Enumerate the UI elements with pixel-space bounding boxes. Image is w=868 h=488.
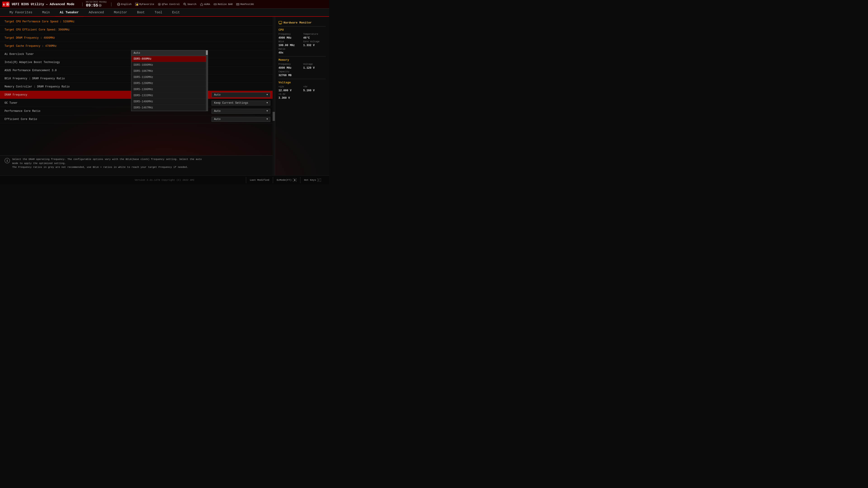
info-line3: The Frequency ratios in grey are not rec… (12, 165, 202, 169)
svg-marker-16 (200, 3, 203, 6)
svg-marker-29 (294, 179, 296, 181)
svg-line-14 (185, 4, 186, 5)
rog-logo-icon: R (2, 2, 9, 7)
mem-volt-label: Voltage (303, 63, 326, 66)
nav-main[interactable]: Main (37, 8, 55, 17)
main-layout: Target CPU Performance Core Speed : 5200… (0, 17, 329, 175)
dropdown-auto-label: Auto (133, 52, 140, 55)
tool-myfavorite-label: MyFavorite (139, 3, 154, 6)
monitor-icon (278, 21, 282, 24)
info-line2: mode to apply the optimized setting. (12, 162, 202, 166)
footer: Version 2.21.1278 Copyright (C) 2022 AMI… (0, 175, 329, 184)
dropdown-item-ddr5-1067[interactable]: DDR5-1067MHz (131, 68, 208, 74)
info-bar: i Select the DRAM operating frequency. T… (0, 156, 275, 175)
dram-freq-value: Auto (214, 93, 221, 96)
hotkeys-button[interactable]: Hot Keys ? (300, 177, 324, 183)
nav-advanced[interactable]: Advanced (84, 8, 109, 17)
tool-qfan[interactable]: Qfan Control (158, 3, 180, 6)
footer-version: Version 2.21.1278 Copyright (C) 2022 AMI (135, 179, 194, 182)
dropdown-item-ddr5-1467[interactable]: DDR5-1467MHz (131, 105, 208, 111)
perf-core-ratio-value: Auto (214, 109, 221, 113)
cpu-section-title: CPU (278, 28, 326, 32)
memory-stats: Frequency Voltage 4800 MHz 1.120 V Capac… (278, 63, 326, 77)
header-title: UEFI BIOS Utility – Advanced Mode (12, 2, 74, 6)
v5-label: +5V (303, 86, 326, 88)
nav-tool[interactable]: Tool (150, 8, 167, 17)
svg-point-3 (7, 3, 8, 5)
mem-freq-label: Frequency (278, 63, 301, 66)
header-tools: English ⭐ MyFavorite Qfan Control ? Sear… (117, 3, 254, 6)
hotkeys-icon: ? (317, 178, 321, 182)
nav-my-favorites[interactable]: My Favorites (4, 8, 37, 17)
mem-cap-label: Capacity (278, 70, 301, 73)
datetime-display: 08/22/2022 Monday 09:55 (86, 1, 107, 7)
dropdown-item-ddr5-800[interactable]: DDR5-800MHz (131, 56, 208, 62)
voltage-divider (278, 79, 326, 79)
ezmode-button[interactable]: EzMode(F7) (273, 177, 300, 183)
cpu-corevolt-value: 1.332 V (303, 44, 326, 47)
dropdown-item-ddr5-1300[interactable]: DDR5-1300MHz (131, 87, 208, 93)
memory-section-title: Memory (278, 58, 326, 62)
perf-core-ratio-selector[interactable]: Auto ▼ (212, 109, 270, 113)
dropdown-item-ddr5-1400[interactable]: DDR5-1400MHz (131, 99, 208, 105)
tool-english[interactable]: English (117, 3, 131, 6)
ezmode-icon (293, 178, 297, 182)
cpu-temp-label: Temperature (303, 33, 326, 35)
scroll-track[interactable] (273, 17, 275, 175)
dropdown-item-ddr5-1200[interactable]: DDR5-1200MHz (131, 80, 208, 87)
nav-ai-tweaker[interactable]: Ai Tweaker (55, 8, 84, 17)
last-modified-button[interactable]: Last Modified (246, 177, 273, 183)
tool-memtest[interactable]: MemTest86 (236, 3, 254, 6)
clock-time: 09:55 (86, 3, 98, 7)
dram-freq-selector[interactable]: Auto ▼ (212, 92, 270, 97)
header-logo: R (2, 2, 9, 7)
tool-resizebar[interactable]: ReSize BAR (214, 3, 232, 6)
header: R UEFI BIOS Utility – Advanced Mode | 08… (0, 0, 329, 8)
nav-exit[interactable]: Exit (167, 8, 185, 17)
dropdown-scrollbar[interactable] (206, 51, 208, 111)
tool-resizebar-label: ReSize BAR (218, 3, 232, 6)
clock-display: 09:55 (86, 3, 101, 7)
ezmode-label: EzMode(F7) (277, 179, 291, 182)
tool-aura-label: AURA (204, 3, 210, 6)
tool-memtest-label: MemTest86 (240, 3, 254, 6)
svg-text:⭐: ⭐ (136, 3, 138, 6)
cpu-stats: Frequency Temperature 4900 MHz 46°C BCLK… (278, 33, 326, 55)
oc-tuner-selector[interactable]: Keep Current Settings ▼ (212, 101, 270, 105)
tool-search[interactable]: ? Search (183, 3, 196, 6)
settings-list: Target CPU Performance Core Speed : 5200… (0, 17, 275, 124)
tool-english-label: English (121, 3, 131, 6)
navbar: My Favorites Main Ai Tweaker Advanced Mo… (0, 8, 329, 17)
gear-icon[interactable] (99, 4, 101, 7)
eff-core-ratio-selector[interactable]: Auto ▼ (212, 117, 270, 122)
info-line1: Select the DRAM operating frequency. The… (12, 158, 202, 162)
memtest-icon (236, 3, 239, 6)
dropdown-item-ddr5-1100[interactable]: DDR5-1100MHz (131, 74, 208, 80)
tool-search-label: Search (187, 3, 196, 6)
hardware-monitor-title: Hardware Monitor (278, 21, 326, 24)
voltage-section-title: Voltage (278, 81, 326, 84)
globe-icon (117, 3, 120, 6)
setting-eff-core-ratio[interactable]: Efficient Core Ratio Auto ▼ (0, 115, 275, 123)
dropdown-item-ddr5-1333[interactable]: DDR5-1333MHz (131, 93, 208, 99)
fan-icon (158, 3, 161, 6)
cpu-bclk-value: 100.00 MHz (278, 44, 301, 47)
tool-qfan-label: Qfan Control (162, 3, 180, 6)
header-separator: | (81, 2, 84, 6)
dropdown-item-ddr5-1000[interactable]: DDR5-1000MHz (131, 62, 208, 68)
dropdown-arrow-icon: ▼ (267, 94, 268, 96)
tool-aura[interactable]: AURA (200, 3, 210, 6)
mem-freq-value: 4800 MHz (278, 66, 301, 70)
nav-monitor[interactable]: Monitor (109, 8, 132, 17)
cpu-corevolt-label: Core Voltage (303, 40, 326, 43)
oc-tuner-value: Keep Current Settings (214, 101, 248, 105)
cpu-freq-value: 4900 MHz (278, 36, 301, 39)
hardware-monitor-panel: Hardware Monitor CPU Frequency Temperatu… (275, 17, 329, 175)
resizebar-icon (214, 3, 217, 6)
dram-freq-dropdown[interactable]: Auto DDR5-800MHz DDR5-1000MHz DDR5-1067M… (131, 50, 208, 111)
nav-boot[interactable]: Boot (132, 8, 150, 17)
content-area: Target CPU Performance Core Speed : 5200… (0, 17, 275, 175)
tool-myfavorite[interactable]: ⭐ MyFavorite (135, 3, 154, 6)
mem-cap-value: 32768 MB (278, 74, 301, 77)
eff-core-ratio-arrow-icon: ▼ (267, 118, 268, 121)
